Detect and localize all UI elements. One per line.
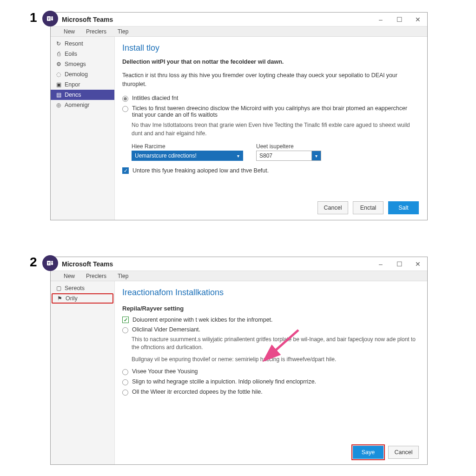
menu-new[interactable]: New [64, 273, 75, 279]
field2-dropdown[interactable]: S807 ▾ [256, 151, 321, 161]
footer-buttons: Cancel Enctal Salt [122, 197, 419, 214]
radio-option-d[interactable]: Oll the Wleer itr ercorcted dopees by th… [122, 389, 419, 396]
radio-option-c[interactable]: Slign to wihd hegrage stcille a inpulcti… [122, 378, 419, 385]
radio-icon [122, 390, 128, 396]
sidebar-label: Sereots [65, 285, 85, 291]
checkbox-icon: ✓ [122, 167, 129, 174]
flag-icon: ⚑ [56, 295, 63, 302]
maximize-button[interactable]: ☐ [390, 258, 409, 271]
field1-dropdown[interactable]: Uemarstcure cdirections! ▾ [132, 151, 243, 161]
sidebar-item-eoils[interactable]: ⎙Eoils [51, 49, 114, 59]
main-panel: Install tloy Dellection witPI your that … [115, 37, 427, 220]
page-title: Install tloy [122, 43, 419, 53]
refresh-icon: ↻ [55, 40, 62, 47]
footer-buttons: Saye Cancel [122, 441, 419, 459]
radio-icon [122, 106, 128, 112]
sidebar-item-enpor[interactable]: ▣Enpor [51, 79, 114, 90]
app-logo: T [42, 255, 58, 271]
option-label: Visee Yoour thee Yousing [132, 368, 198, 375]
app-title: Microsoft Teams [62, 16, 113, 23]
menubar: New Preclers Tlep [51, 271, 427, 281]
checkbox-option-1[interactable]: ✓ Doiuorent erponine with t wek ickbes f… [122, 317, 419, 323]
main-panel: Ireactionafom Installkations Repila/Rayv… [115, 281, 427, 464]
sidebar-item-sereots[interactable]: ▢Sereots [51, 283, 114, 293]
save-button[interactable]: Saye [353, 446, 383, 459]
radio-icon [122, 379, 128, 385]
radio-option-b[interactable]: Visee Yoour thee Yousing [122, 368, 419, 375]
radio-option-a[interactable]: Oliclinal Vider Demersiant. [122, 326, 419, 333]
radio-icon [122, 96, 128, 102]
option-label: Oll the Wleer itr ercorcted dopees by th… [132, 389, 263, 395]
svg-rect-3 [51, 18, 53, 20]
option-label: Doiuorent erponine with t wek ickbes for… [132, 317, 273, 323]
box-icon: ▣ [55, 81, 62, 88]
chevron-down-icon: ▾ [233, 151, 243, 160]
sidebar-item-dencs[interactable]: ▤Dencs [51, 90, 114, 100]
sidebar-item-aomenigr[interactable]: ◎Aomenigr [51, 100, 114, 110]
enctal-button[interactable]: Enctal [353, 201, 383, 214]
svg-text:T: T [48, 261, 50, 265]
list-icon: ▤ [55, 92, 62, 98]
page-title: Ireactionafom Installkations [122, 288, 419, 298]
cancel-button[interactable]: Cancel [388, 446, 419, 459]
circle-icon: ◌ [55, 71, 62, 78]
ring-icon: ◎ [55, 102, 62, 108]
sidebar-label: Resont [65, 40, 83, 47]
svg-rect-7 [51, 263, 53, 265]
box-icon: ▢ [55, 285, 62, 291]
description-2: Teacticn ir ist thru loss ay this hive y… [122, 71, 419, 89]
teams-icon: T [46, 15, 54, 22]
field1-label: Hiee Rarcime [132, 143, 243, 150]
menu-prefs[interactable]: Preclers [86, 273, 106, 279]
window-1: T Microsoft Teams – ☐ ✕ New Preclers Tle… [50, 12, 428, 220]
sidebar-item-orily[interactable]: ⚑Orily [52, 293, 113, 304]
radio-option-2[interactable]: Ticles to finst tweren dreecino disclow … [122, 105, 419, 118]
step-number-1: 1 [30, 10, 37, 25]
close-button[interactable]: ✕ [409, 13, 427, 26]
svg-point-6 [51, 261, 53, 263]
svg-point-2 [51, 16, 53, 18]
radio-icon [122, 327, 128, 333]
gear-icon: ⚙ [55, 61, 62, 67]
salt-button[interactable]: Salt [388, 201, 419, 214]
radio-option-1[interactable]: Intlitles dlacied fnt [122, 95, 419, 102]
print-icon: ⎙ [55, 51, 62, 57]
menubar: New Preclers Tlep [51, 26, 427, 37]
section-subtitle: Repila/Rayver setting [122, 305, 419, 312]
radio-label: Ticles to finst tweren dreecino disclow … [132, 105, 419, 118]
window-2: T Microsoft Teams – ☐ ✕ New Preclers Tle… [50, 257, 428, 465]
field2-label: Ueet isupeltere [256, 143, 321, 150]
checkbox-row[interactable]: ✓ Untore this fyue freaking aoloped low … [122, 167, 419, 174]
checkbox-label: Untore this fyue freaking aoloped low an… [132, 167, 269, 174]
sidebar-label: Orily [66, 295, 78, 302]
teams-icon: T [46, 259, 54, 267]
sidebar-label: Enpor [65, 81, 80, 88]
titlebar: T Microsoft Teams – ☐ ✕ [51, 257, 427, 271]
app-title: Microsoft Teams [62, 260, 113, 268]
menu-tip[interactable]: Tlep [118, 273, 128, 279]
sidebar-item-demolog[interactable]: ◌Demolog [51, 69, 114, 79]
sidebar-label: Eoils [65, 51, 77, 57]
field1-value: Uemarstcure cdirections! [135, 152, 197, 159]
cancel-button[interactable]: Cancel [317, 201, 348, 214]
sidebar-label: Dencs [65, 92, 81, 98]
radio-icon [122, 369, 128, 375]
sidebar-item-resont[interactable]: ↻Resont [51, 39, 114, 49]
minimize-button[interactable]: – [371, 13, 390, 26]
menu-prefs[interactable]: Preclers [86, 28, 106, 35]
minimize-button[interactable]: – [371, 258, 390, 271]
check-icon: ✓ [122, 317, 129, 323]
sidebar-item-smoegs[interactable]: ⚙Smoegs [51, 59, 114, 69]
radio-label: Intlitles dlacied fnt [132, 95, 178, 101]
sidebar-label: Demolog [65, 71, 88, 78]
option-description-a1: This to nacture suurnment.s wiliyjatic p… [132, 336, 419, 352]
option-label: Oliclinal Vider Demersiant. [132, 326, 200, 333]
field2-value: S807 [259, 152, 272, 159]
close-button[interactable]: ✕ [409, 258, 427, 271]
window-controls: – ☐ ✕ [371, 258, 427, 271]
maximize-button[interactable]: ☐ [390, 13, 409, 26]
window-controls: – ☐ ✕ [371, 13, 427, 26]
app-logo: T [42, 11, 58, 26]
menu-tip[interactable]: Tlep [118, 28, 128, 35]
menu-new[interactable]: New [64, 28, 75, 35]
